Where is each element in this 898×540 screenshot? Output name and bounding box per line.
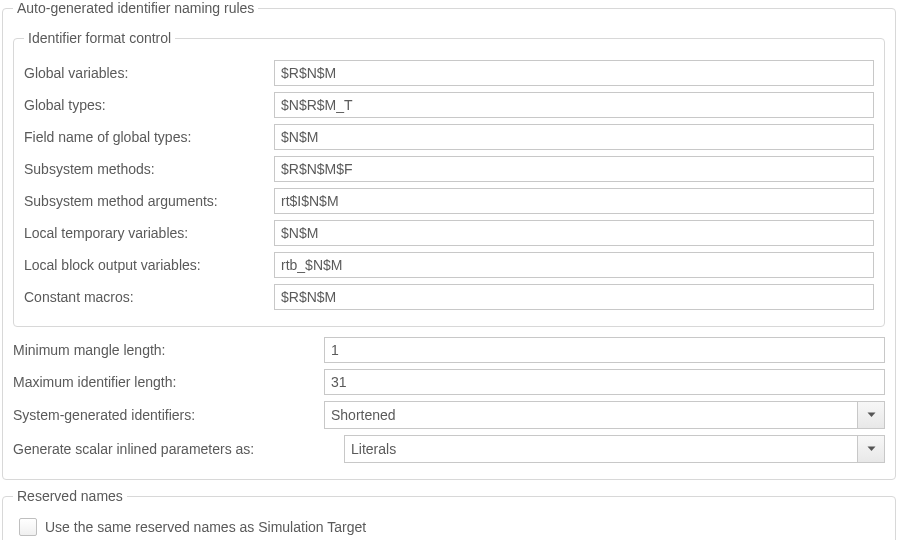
global-variables-input[interactable]: [274, 60, 874, 86]
system-generated-identifiers-value: Shortened: [324, 401, 857, 429]
subsystem-method-args-input[interactable]: [274, 188, 874, 214]
constant-macros-row: Constant macros:: [24, 284, 874, 310]
local-temp-vars-label: Local temporary variables:: [24, 225, 268, 241]
subsystem-method-args-row: Subsystem method arguments:: [24, 188, 874, 214]
use-same-reserved-names-row: Use the same reserved names as Simulatio…: [13, 512, 885, 538]
chevron-down-icon: [867, 412, 876, 418]
system-generated-identifiers-select[interactable]: Shortened: [324, 401, 885, 429]
subsystem-method-args-label: Subsystem method arguments:: [24, 193, 268, 209]
global-variables-row: Global variables:: [24, 60, 874, 86]
system-generated-identifiers-label: System-generated identifiers:: [13, 407, 318, 423]
local-temp-vars-row: Local temporary variables:: [24, 220, 874, 246]
field-name-global-types-input[interactable]: [274, 124, 874, 150]
constant-macros-label: Constant macros:: [24, 289, 268, 305]
field-name-global-types-label: Field name of global types:: [24, 129, 268, 145]
dropdown-button[interactable]: [857, 435, 885, 463]
global-types-row: Global types:: [24, 92, 874, 118]
local-block-output-vars-row: Local block output variables:: [24, 252, 874, 278]
subsystem-methods-label: Subsystem methods:: [24, 161, 268, 177]
generate-scalar-inlined-params-value: Literals: [344, 435, 857, 463]
reserved-names-legend: Reserved names: [13, 488, 127, 504]
identifier-naming-rules-legend: Auto-generated identifier naming rules: [13, 0, 258, 16]
max-identifier-length-row: Maximum identifier length:: [13, 369, 885, 395]
field-name-global-types-row: Field name of global types:: [24, 124, 874, 150]
local-block-output-vars-label: Local block output variables:: [24, 257, 268, 273]
local-block-output-vars-input[interactable]: [274, 252, 874, 278]
generate-scalar-inlined-params-select[interactable]: Literals: [344, 435, 885, 463]
chevron-down-icon: [867, 446, 876, 452]
use-same-reserved-names-label: Use the same reserved names as Simulatio…: [45, 519, 366, 535]
identifier-format-control-group: Identifier format control Global variabl…: [13, 30, 885, 327]
constant-macros-input[interactable]: [274, 284, 874, 310]
system-generated-identifiers-row: System-generated identifiers: Shortened: [13, 401, 885, 429]
global-types-input[interactable]: [274, 92, 874, 118]
reserved-names-group: Reserved names Use the same reserved nam…: [2, 488, 896, 540]
global-variables-label: Global variables:: [24, 65, 268, 81]
min-mangle-length-label: Minimum mangle length:: [13, 342, 318, 358]
min-mangle-length-input[interactable]: [324, 337, 885, 363]
generate-scalar-inlined-params-label: Generate scalar inlined parameters as:: [13, 441, 338, 457]
min-mangle-length-row: Minimum mangle length:: [13, 337, 885, 363]
use-same-reserved-names-checkbox[interactable]: [19, 518, 37, 536]
subsystem-methods-row: Subsystem methods:: [24, 156, 874, 182]
local-temp-vars-input[interactable]: [274, 220, 874, 246]
max-identifier-length-input[interactable]: [324, 369, 885, 395]
identifier-format-control-legend: Identifier format control: [24, 30, 175, 46]
max-identifier-length-label: Maximum identifier length:: [13, 374, 318, 390]
identifier-naming-rules-group: Auto-generated identifier naming rules I…: [2, 0, 896, 480]
global-types-label: Global types:: [24, 97, 268, 113]
dropdown-button[interactable]: [857, 401, 885, 429]
subsystem-methods-input[interactable]: [274, 156, 874, 182]
generate-scalar-inlined-params-row: Generate scalar inlined parameters as: L…: [13, 435, 885, 463]
